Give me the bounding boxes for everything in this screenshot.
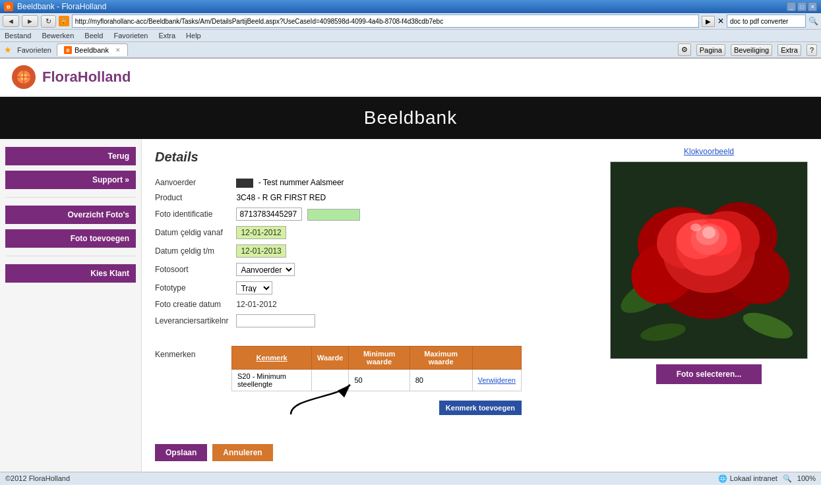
menu-favorieten[interactable]: Favorieten: [111, 31, 150, 40]
footer-copyright: ©2012 FloraHolland: [5, 474, 70, 482]
foto-id-label: Foto identificatie: [155, 205, 236, 223]
product-row: Product 3C48 - R GR FIRST RED: [155, 190, 360, 205]
datum-vanaf-label: Datum çeldig vanaf: [155, 223, 236, 242]
logo-holland: Holland: [78, 69, 131, 85]
refresh-button[interactable]: ↻: [41, 15, 56, 28]
right-panel: Klokvoorbeeld: [597, 139, 821, 472]
browser-chrome: B Beeldbank - FloraHolland _ □ ✕ ◄ ► ↻ 🔒…: [0, 0, 821, 59]
overzicht-fotos-button[interactable]: Overzicht Foto's: [5, 206, 136, 224]
logo-container: FloraHolland: [11, 64, 131, 90]
foto-selecteren-button[interactable]: Foto selecteren...: [656, 364, 762, 384]
favorites-label[interactable]: Favorieten: [17, 46, 51, 54]
security-btn[interactable]: Beveiliging: [731, 44, 772, 56]
kies-klant-button[interactable]: Kies Klant: [5, 264, 136, 283]
verwijderen-cell: Verwijderen: [472, 369, 522, 391]
svg-point-23: [702, 227, 715, 238]
bookmarks-bar: ★ Favorieten B Beeldbank ✕ ⚙ Pagina Beve…: [0, 42, 821, 58]
back-button[interactable]: ◄: [3, 15, 19, 27]
go-button[interactable]: ▶: [702, 16, 715, 27]
kenmerken-label: Kenmerken: [155, 346, 221, 359]
kenmerk-toevoegen-button[interactable]: Kenmerk toevoegen: [439, 401, 522, 415]
sidebar-divider-2: [5, 256, 136, 256]
datum-vanaf-row: Datum çeldig vanaf 12-01-2012: [155, 223, 360, 242]
main-layout: Terug Support » Overzicht Foto's Foto to…: [0, 139, 821, 472]
support-button[interactable]: Support »: [5, 171, 136, 189]
tab-beeldbank[interactable]: B Beeldbank ✕: [57, 43, 128, 56]
minimize-btn[interactable]: _: [787, 2, 796, 11]
fotosoort-value: Aanvoerder Klant Generiek: [236, 260, 359, 279]
foto-creatie-row: Foto creatie datum 12-01-2012: [155, 297, 360, 312]
kenmerken-table-container: Kenmerk Waarde Minimum waarde Maximum wa…: [231, 346, 522, 424]
maximize-btn[interactable]: □: [797, 2, 806, 11]
title-left: B Beeldbank - FloraHolland: [4, 2, 106, 11]
search-input[interactable]: [727, 14, 806, 28]
rose-svg: [611, 161, 807, 359]
kenmerken-row-0: S20 - Minimum steellengte 50 80 Verwijde…: [232, 369, 522, 391]
forward-button[interactable]: ►: [22, 15, 38, 27]
help-btn[interactable]: ?: [806, 44, 817, 56]
tools-icon[interactable]: ⚙: [678, 43, 691, 56]
max-waarde-cell: 80: [410, 369, 472, 391]
browser-favicon: B: [4, 2, 13, 11]
menu-help[interactable]: Help: [184, 31, 203, 40]
leverancier-input[interactable]: [236, 314, 315, 327]
logo-flora: Flora: [42, 69, 78, 85]
datum-vanaf-input[interactable]: 12-01-2012: [236, 226, 286, 239]
intranet-label: Lokaal intranet: [730, 474, 777, 482]
arrow-svg: [284, 378, 363, 418]
datum-tm-value: 12-01-2013: [236, 242, 359, 260]
kenmerken-section: Kenmerken Kenmerk Waarde Minimum waarde …: [155, 346, 584, 424]
leverancier-label: Leveranciersartikelnr: [155, 312, 236, 330]
tab-favicon: B: [64, 46, 72, 54]
page-btn[interactable]: Pagina: [696, 44, 725, 56]
menu-beeld[interactable]: Beeld: [82, 31, 105, 40]
menu-extra[interactable]: Extra: [156, 31, 177, 40]
foto-creatie-value: 12-01-2012: [236, 297, 359, 312]
menu-bestand[interactable]: Bestand: [3, 31, 33, 40]
search-icon[interactable]: 🔍: [808, 16, 818, 26]
fotosoort-select[interactable]: Aanvoerder Klant Generiek: [236, 263, 295, 276]
terug-button[interactable]: Terug: [5, 147, 136, 165]
extra-btn[interactable]: Extra: [777, 44, 801, 56]
menu-bar: Bestand Bewerken Beeld Favorieten Extra …: [0, 30, 821, 42]
logo-svg: [11, 64, 37, 90]
leverancier-value: [236, 312, 359, 330]
foto-id-input[interactable]: [236, 208, 302, 221]
kenmerken-table: Kenmerk Waarde Minimum waarde Maximum wa…: [231, 346, 522, 391]
close-btn[interactable]: ✕: [808, 2, 817, 11]
max-waarde-col-header: Maximum waarde: [410, 346, 472, 369]
aanvoerder-text: - Test nummer Aalsmeer: [258, 178, 344, 187]
datum-tm-row: Datum çeldig t/m 12-01-2013: [155, 242, 360, 260]
fototype-label: Fototype: [155, 279, 236, 297]
foto-toevoegen-button[interactable]: Foto toevoegen: [5, 229, 136, 248]
address-bar: 🔒: [59, 14, 699, 28]
banner: Beeldbank: [0, 97, 821, 139]
foto-id-row: Foto identificatie: [155, 205, 360, 223]
menu-bewerken[interactable]: Bewerken: [40, 31, 76, 40]
address-input[interactable]: [72, 14, 699, 28]
annuleren-button[interactable]: Annuleren: [212, 444, 272, 461]
tab-close-icon[interactable]: ✕: [115, 47, 121, 53]
zoom-icon: 🔍: [783, 474, 792, 483]
datum-tm-input[interactable]: 12-01-2013: [236, 244, 286, 258]
details-form: Aanvoerder - Test nummer Aalsmeer Produc…: [155, 175, 360, 330]
verwijderen-link[interactable]: Verwijderen: [478, 376, 516, 384]
title-bar: B Beeldbank - FloraHolland _ □ ✕: [0, 0, 821, 13]
footer-right: 🌐 Lokaal intranet 🔍 100%: [718, 474, 816, 483]
klokvoorbeeld-link[interactable]: Klokvoorbeeld: [684, 147, 734, 156]
title-buttons: _ □ ✕: [787, 2, 817, 11]
svg-point-24: [690, 223, 701, 231]
kenmerk-col-header: Kenmerk: [232, 346, 312, 369]
sidebar-divider-1: [5, 197, 136, 198]
logo-text: FloraHolland: [42, 69, 131, 86]
content-area: Details Aanvoerder - Test nummer Aalsmee…: [142, 139, 597, 472]
fotosoort-row: Fotosoort Aanvoerder Klant Generiek: [155, 260, 360, 279]
min-waarde-col-header: Minimum waarde: [349, 346, 410, 369]
banner-title: Beeldbank: [364, 107, 457, 128]
opslaan-button[interactable]: Opslaan: [155, 444, 207, 461]
rose-image: [610, 161, 808, 359]
nav-bar: ◄ ► ↻ 🔒 ▶ ✕ 🔍: [0, 13, 821, 30]
aanvoerder-color-box: [236, 179, 253, 188]
fototype-select[interactable]: Tray Doos Bos: [236, 281, 272, 294]
refresh-stop-icon[interactable]: ✕: [717, 16, 724, 26]
